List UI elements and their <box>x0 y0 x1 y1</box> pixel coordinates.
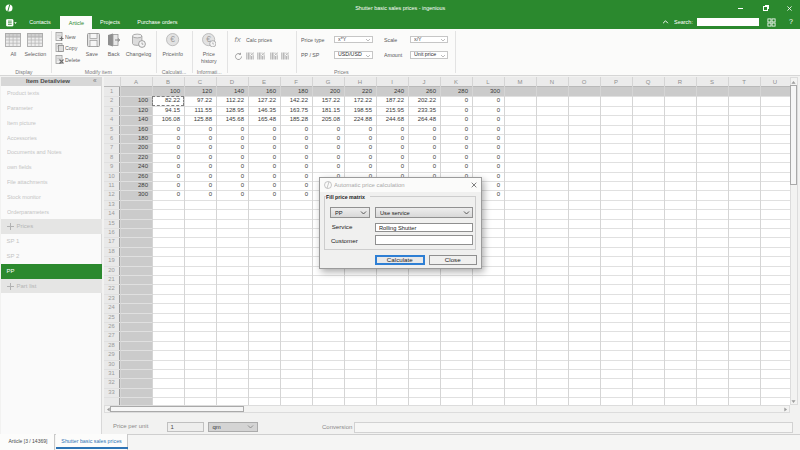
svg-text:€: € <box>170 34 175 44</box>
